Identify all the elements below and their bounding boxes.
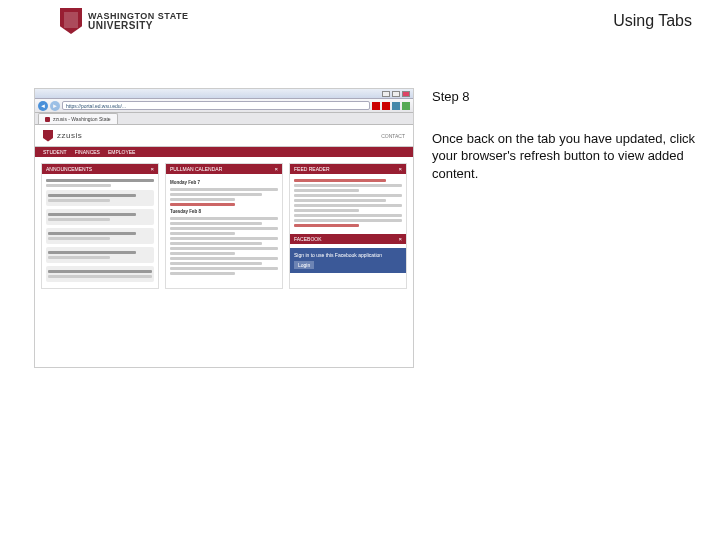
day-label: Monday Feb 7 [170,179,235,186]
contact-link[interactable]: CONTACT [381,133,405,139]
browser-screenshot: ◄ ► https://portal.ed.wsu.edu/... zzusis… [34,88,414,368]
back-button[interactable]: ◄ [38,101,48,111]
address-bar: ◄ ► https://portal.ed.wsu.edu/... [35,99,413,113]
nav-item[interactable]: FINANCES [75,149,100,155]
window-titlebar [35,89,413,99]
close-icon[interactable]: × [398,166,402,172]
step-body: Once back on the tab you have updated, c… [432,130,700,183]
url-field[interactable]: https://portal.ed.wsu.edu/... [62,101,370,110]
forward-button[interactable]: ► [50,101,60,111]
close-icon[interactable]: × [150,166,154,172]
col-title: FACEBOOK [294,236,322,242]
site-header: zzusis CONTACT [35,125,413,147]
shield-icon [43,130,53,142]
toolbar-icon[interactable] [402,102,410,110]
fb-login-button[interactable]: Login [294,261,314,269]
site-brand: zzusis [57,131,82,140]
column-calendar: PULLMAN CALENDAR× Monday Feb 7 Tuesday F… [165,163,283,289]
nav-item[interactable]: EMPLOYEE [108,149,136,155]
step-label: Step 8 [432,88,700,106]
col-title: PULLMAN CALENDAR [170,166,222,172]
tab-strip: zzusis - Washington State [35,113,413,125]
col-title: FEED READER [294,166,330,172]
facebook-widget: Sign in to use this Facebook application… [290,248,406,273]
close-icon[interactable]: × [274,166,278,172]
logo-line2: UNIVERSITY [88,21,189,31]
column-feed: FEED READER× FACEBOOK× Sign in to use th… [289,163,407,289]
column-announcements: ANNOUNCEMENTS× [41,163,159,289]
site-navbar: STUDENT FINANCES EMPLOYEE [35,147,413,157]
favicon-icon [45,117,50,122]
shield-icon [60,8,82,34]
tab-label: zzusis - Washington State [53,116,111,122]
toolbar-icon[interactable] [382,102,390,110]
close-icon[interactable]: × [398,236,402,242]
fb-text: Sign in to use this Facebook application [294,252,402,258]
day-label: Tuesday Feb 8 [170,208,235,215]
page-title: Using Tabs [613,12,692,30]
nav-item[interactable]: STUDENT [43,149,67,155]
toolbar-icon[interactable] [392,102,400,110]
minimize-icon[interactable] [382,91,390,97]
browser-tab[interactable]: zzusis - Washington State [38,113,118,124]
toolbar-icon[interactable] [372,102,380,110]
wsu-logo: WASHINGTON STATE UNIVERSITY [60,8,189,34]
maximize-icon[interactable] [392,91,400,97]
col-title: ANNOUNCEMENTS [46,166,92,172]
close-icon[interactable] [402,91,410,97]
